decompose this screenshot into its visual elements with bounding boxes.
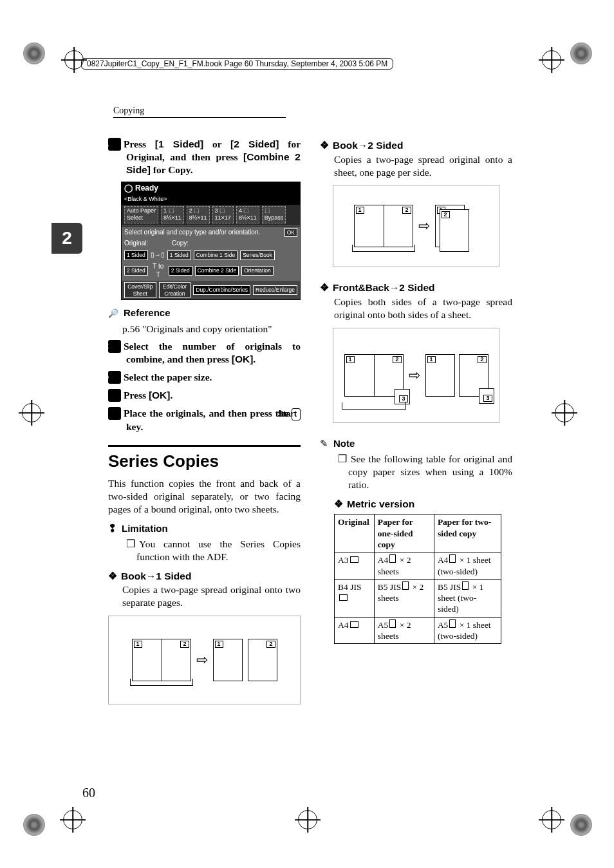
page-label: 1 xyxy=(215,641,223,648)
note-text: See the following table for original and… xyxy=(329,453,512,491)
right-column: Book→2 Sided Copies a two-page spread or… xyxy=(320,133,512,771)
copy-2sided-button[interactable]: 2 Sided xyxy=(169,266,192,276)
step-number-icon: B xyxy=(108,138,121,151)
landscape-icon xyxy=(350,621,358,628)
note-icon xyxy=(320,439,331,449)
table-header: Paper for two-sided copy xyxy=(434,514,501,552)
book-1sided-heading: Book→1 Sided xyxy=(108,570,301,583)
book-2sided-diagram: 1 2 ⇨ 1 2 xyxy=(333,185,499,267)
spread-icon: 1 2 xyxy=(132,639,191,681)
text: . xyxy=(170,390,172,401)
orig-1sided-button[interactable]: 1 Sided xyxy=(124,250,148,260)
step-4: DSelect the paper size. xyxy=(108,371,301,384)
step-number-icon: F xyxy=(108,407,121,420)
portrait-icon xyxy=(389,554,396,563)
tray-button[interactable]: 1 ⬚ 8½×11 xyxy=(161,206,184,223)
step-number-icon: D xyxy=(108,371,121,384)
ui-label: [1 Sided] xyxy=(155,138,203,149)
ok-button[interactable]: OK xyxy=(284,228,297,238)
section-heading: Copying xyxy=(113,106,286,118)
page-label: 1 xyxy=(427,356,436,363)
instruction-text: Select original and copy type and/or ori… xyxy=(124,229,282,237)
step-2: BPress [1 Sided] or [2 Sided] for Origin… xyxy=(108,138,301,176)
page-label: 1 xyxy=(346,356,355,363)
ui-label: [2 Sided] xyxy=(230,138,279,149)
registration-mark-icon xyxy=(542,810,561,829)
frontback-2sided-diagram: 1 2 3 ⇨ 1 2 3 xyxy=(333,328,499,423)
book-2sided-text: Copies a two-page spread original onto a… xyxy=(334,153,512,179)
auto-paper-button[interactable]: Auto Paper Select xyxy=(124,206,158,223)
step-number-icon: E xyxy=(108,389,121,402)
registration-mark-icon xyxy=(22,403,41,422)
label: Original: xyxy=(124,240,169,248)
book-1sided-text: Copies a two-page spread original onto t… xyxy=(122,583,301,609)
arrow-right-icon: ⇨ xyxy=(418,217,430,235)
crop-header: 0827JupiterC1_Copy_EN_F1_FM.book Page 60… xyxy=(81,58,393,70)
ui-label: [OK] xyxy=(232,354,254,364)
footer-tab[interactable]: Edit/Color Creation xyxy=(159,282,191,299)
chapter-tab: 2 xyxy=(51,223,82,254)
crop-mark-icon xyxy=(23,42,45,64)
frontback-2sided-heading: Front&Back→2 Sided xyxy=(320,281,512,294)
copier-panel-screenshot: ◯ Ready <Black & White> Auto Paper Selec… xyxy=(121,182,301,301)
book-1sided-diagram: 1 2 ⇨ 1 2 xyxy=(108,616,301,704)
metric-version-heading: Metric version xyxy=(334,498,512,511)
step-6: FPlace the originals, and then press the… xyxy=(108,407,301,433)
tray-button[interactable]: 4 ⬚ 8½×11 xyxy=(236,206,259,223)
orientation-button[interactable]: Orientation xyxy=(241,266,274,276)
copy-1sided-button[interactable]: 1 Sided xyxy=(167,250,191,260)
status-text: Ready xyxy=(135,184,158,193)
text: . xyxy=(253,354,256,364)
text: Press xyxy=(124,138,155,149)
table-row: A4 A5 × 2 sheets A5 × 1 sheet (two-sided… xyxy=(335,617,501,644)
sheet-icon: 1 xyxy=(213,639,243,681)
step-number-icon: C xyxy=(108,340,121,353)
portrait-icon xyxy=(449,554,456,563)
page-label: 2 xyxy=(478,356,486,363)
start-key-icon: Start xyxy=(292,408,301,420)
page-number: 60 xyxy=(82,786,95,800)
page-label: 2 xyxy=(402,207,411,214)
series-copies-heading: Series Copies xyxy=(108,451,301,472)
footer-tab[interactable]: Cover/Slip Sheet xyxy=(124,282,156,299)
duplex-spread-icon: 1 2 3 xyxy=(344,354,404,397)
text: Select the number of originals to combin… xyxy=(124,341,301,364)
limitation-text: You cannot use the Series Copies functio… xyxy=(117,538,301,563)
table-row: B4 JIS B5 JIS × 2 sheets B5 JIS × 1 shee… xyxy=(335,579,501,617)
mode-text: <Black & White> xyxy=(122,194,300,205)
text: for Copy. xyxy=(151,164,193,175)
footer-tab[interactable]: Dup./Combine/Series xyxy=(193,285,250,295)
text: Select the paper size. xyxy=(124,372,212,382)
registration-mark-icon xyxy=(63,810,82,829)
left-column: BPress [1 Sided] or [2 Sided] for Origin… xyxy=(108,133,301,771)
combine1-button[interactable]: Combine 1 Side xyxy=(194,250,237,260)
step-3: CSelect the number of originals to combi… xyxy=(108,340,301,366)
combine2-button[interactable]: Combine 2 Side xyxy=(195,266,239,276)
step-5: EPress [OK]. xyxy=(108,389,301,402)
note-heading: Note xyxy=(320,437,512,450)
page-label: 1 xyxy=(356,207,364,214)
tray-button[interactable]: 2 ⬚ 8½×11 xyxy=(187,206,210,223)
reference-text: p.56 "Originals and copy orientation" xyxy=(122,323,301,335)
arrow-right-icon: ⇨ xyxy=(196,651,208,669)
ui-label: [OK] xyxy=(149,390,171,401)
crop-mark-icon xyxy=(570,814,592,836)
page-label: 3 xyxy=(483,395,492,402)
bypass-button[interactable]: ⬚ Bypass xyxy=(262,206,286,223)
landscape-icon xyxy=(339,594,348,601)
divider xyxy=(108,445,301,447)
tray-button[interactable]: 3 ⬚ 11×17 xyxy=(212,206,234,223)
orig-2sided-button[interactable]: 2 Sided xyxy=(124,266,148,276)
page-label: 2 xyxy=(180,641,189,648)
portrait-icon xyxy=(449,619,456,628)
table-header: Paper for one-sided copy xyxy=(374,514,434,552)
sheet-icon: 1 xyxy=(425,354,455,397)
book-2sided-heading: Book→2 Sided xyxy=(320,139,512,152)
crop-mark-icon xyxy=(570,42,592,64)
text: Press xyxy=(124,390,149,401)
label: Copy: xyxy=(172,240,189,248)
page-icon: ▯→▯ xyxy=(151,251,165,259)
footer-tab[interactable]: Reduce/Enlarge xyxy=(253,285,297,295)
series-book-button[interactable]: Series/Book xyxy=(240,250,275,260)
series-copies-text: This function copies the front and back … xyxy=(108,477,301,515)
